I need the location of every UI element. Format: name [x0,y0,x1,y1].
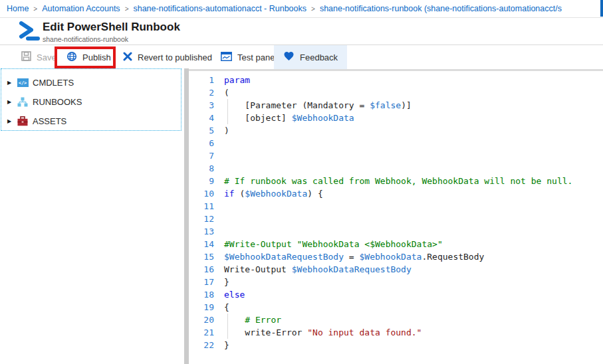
code-text: write-Error "No input data found." [224,326,422,339]
code-line: 10if ($WebhookData) { [189,187,603,200]
line-number: 14 [189,238,214,250]
toolbar: Save Publish Revert to pu [0,45,603,69]
save-button[interactable]: Save [19,45,59,69]
revert-x-icon [123,52,132,63]
chevron-right-icon: ▶ [7,80,17,86]
feedback-button[interactable]: Feedback [274,45,347,69]
runbooks-icon [17,97,29,107]
code-line: 12 [189,213,603,225]
line-number: 4 [189,112,214,124]
code-text: ( [224,86,229,99]
pane-splitter[interactable] [184,68,189,364]
sidebar-item-cmdlets[interactable]: ▶ </> CMDLETS [1,73,181,92]
code-line: 20 # Error [189,314,603,326]
publish-globe-icon [66,51,77,64]
line-number: 21 [189,326,214,339]
line-number: 7 [189,149,214,162]
code-line: 1param [189,74,603,86]
code-line: 16Write-Output $WebhookDataRequestBody [189,263,603,276]
code-text: # If runbook was called from Webhook, We… [224,175,572,187]
line-number: 20 [189,314,214,326]
code-line: 19{ [189,301,603,314]
line-number: 16 [189,263,214,276]
cmdlets-icon: </> [17,78,29,87]
line-number: 9 [189,175,214,187]
breadcrumb: Home>Automation Accounts>shane-notificat… [0,0,603,18]
code-text: ) [224,124,229,137]
line-number: 19 [189,301,214,314]
save-icon [21,51,31,63]
sidebar-item-assets[interactable]: ▶ ASSETS [1,112,181,131]
code-editor[interactable]: 1param2(3 [Parameter (Mandatory = $false… [189,69,603,364]
code-text: # Error [224,314,281,326]
chevron-right-icon: ▶ [7,99,17,105]
line-number: 2 [189,86,214,99]
code-line: 2( [189,86,603,99]
publish-button[interactable]: Publish [64,45,114,69]
line-number: 12 [189,213,214,225]
chevron-right-icon: ▶ [7,118,17,124]
code-line: 11 [189,200,603,213]
code-line: 22} [189,339,603,351]
test-pane-icon [221,52,232,63]
page-title: Edit PowerShell Runbook [43,21,180,34]
line-number: 13 [189,225,214,238]
breadcrumb-separator: > [125,5,129,13]
line-number: 5 [189,124,214,137]
breadcrumb-separator: > [311,5,315,13]
indent-guide [227,99,228,124]
line-number: 18 [189,288,214,301]
code-line: 17} [189,276,603,288]
sidebar-item-runbooks[interactable]: ▶ RUNBOOKS [1,92,181,112]
breadcrumb-link[interactable]: Home [7,4,29,13]
code-line: 21 write-Error "No input data found." [189,326,603,339]
assets-icon [17,116,29,126]
code-line: 4 [object] $WebhookData [189,112,603,124]
code-line: 5) [189,124,603,137]
revert-to-published-button[interactable]: Revert to published [120,45,215,69]
heart-icon [283,51,295,63]
page-subtitle: shane-notifications-runbook [43,35,128,43]
line-number: 10 [189,187,214,200]
code-line: 6 [189,137,603,149]
line-number: 15 [189,250,214,263]
code-text: } [224,276,229,288]
code-line: 3 [Parameter (Mandatory = $false)] [189,99,603,112]
breadcrumb-link[interactable]: Automation Accounts [42,4,120,13]
line-number: 1 [189,74,214,86]
line-number: 17 [189,276,214,288]
line-number: 11 [189,200,214,213]
powershell-icon [19,21,40,44]
code-line: 7 [189,149,603,162]
line-number: 3 [189,99,214,112]
code-text: #Write-Output "WebhookData <$WebhookData… [224,238,443,250]
test-pane-button[interactable]: Test pane [218,45,277,69]
edit-runbook-page: Home>Automation Accounts>shane-notificat… [0,0,603,364]
code-line: 15$WebhookDataRequestBody = $WebhookData… [189,250,603,263]
breadcrumb-separator: > [33,5,37,13]
code-text: } [224,339,229,351]
code-line: 13 [189,225,603,238]
right-edge-accent [600,0,603,17]
code-text: if ($WebhookData) { [224,187,323,200]
line-number: 22 [189,339,214,351]
code-text: [Parameter (Mandatory = $false)] [224,99,412,112]
code-text: Write-Output $WebhookDataRequestBody [224,263,412,276]
breadcrumb-link[interactable]: shane-notifications-runbook (shane-notif… [320,4,562,13]
code-line: 9# If runbook was called from Webhook, W… [189,175,603,187]
code-text: { [224,301,229,314]
code-text: [object] $WebhookData [224,112,354,124]
page-header: Edit PowerShell Runbook shane-notificati… [0,19,603,45]
breadcrumb-link[interactable]: shane-notifications-automationacct - Run… [133,4,306,13]
code-text: else [224,288,245,301]
code-line: 8 [189,162,603,175]
indent-guide [227,314,228,339]
code-text: $WebhookDataRequestBody = $WebhookData.R… [224,250,484,263]
code-line: 14#Write-Output "WebhookData <$WebhookDa… [189,238,603,250]
code-line: 18else [189,288,603,301]
library-sidebar: ▶ </> CMDLETS ▶ RUNBOOKS [1,68,181,131]
line-number: 8 [189,162,214,175]
line-number: 6 [189,137,214,149]
code-text: param [224,74,250,86]
